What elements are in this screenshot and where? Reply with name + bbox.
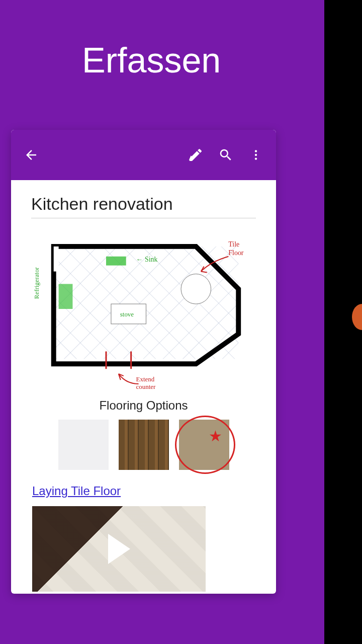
purple-background-panel: Erfassen: [0, 0, 324, 644]
svg-point-0: [255, 150, 257, 152]
annotation-extend: Extend: [136, 375, 155, 383]
search-icon: [218, 147, 233, 163]
note-toolbar: [11, 130, 276, 180]
flooring-swatch-tile-selected[interactable]: ★: [179, 420, 229, 470]
note-preview-card[interactable]: Kitchen renovation: [11, 130, 276, 594]
svg-text:Floor: Floor: [228, 249, 243, 257]
section-heading: Erfassen: [82, 40, 221, 80]
back-arrow-icon: [24, 147, 39, 163]
note-body: Kitchen renovation: [11, 180, 276, 592]
svg-point-2: [255, 157, 257, 159]
star-mark-icon: ★: [209, 429, 222, 444]
back-button[interactable]: [16, 140, 46, 170]
laying-tile-floor-link[interactable]: Laying Tile Floor: [32, 484, 121, 498]
flooring-options-heading: Flooring Options: [31, 398, 256, 413]
flooring-swatches-row: ★: [31, 420, 256, 470]
flooring-swatch-wood[interactable]: [119, 420, 169, 470]
search-button[interactable]: [211, 140, 241, 170]
more-options-button[interactable]: [241, 140, 271, 170]
floorplan-sketch: Refrigerator ← Sink stove Tile Floor Ext…: [31, 233, 256, 389]
more-vertical-icon: [249, 148, 262, 162]
svg-rect-5: [54, 247, 59, 272]
annotation-refrigerator: Refrigerator: [33, 267, 40, 299]
annotation-sink: ← Sink: [136, 256, 158, 263]
flooring-swatch-marble[interactable]: [58, 420, 109, 470]
adjacent-app-peek[interactable]: [352, 304, 362, 330]
svg-rect-8: [59, 284, 73, 309]
edit-pen-icon: [188, 147, 204, 163]
selection-circle-icon: [175, 416, 235, 474]
annotation-stove: stove: [120, 310, 134, 318]
play-icon: [108, 534, 130, 564]
edit-pen-button[interactable]: [180, 140, 211, 170]
svg-point-1: [255, 154, 257, 156]
svg-point-7: [181, 274, 211, 304]
svg-rect-9: [106, 257, 126, 266]
svg-text:counter: counter: [136, 383, 156, 389]
video-thumbnail[interactable]: [32, 506, 206, 592]
annotation-tile: Tile: [228, 240, 239, 248]
note-title: Kitchen renovation: [31, 194, 256, 218]
